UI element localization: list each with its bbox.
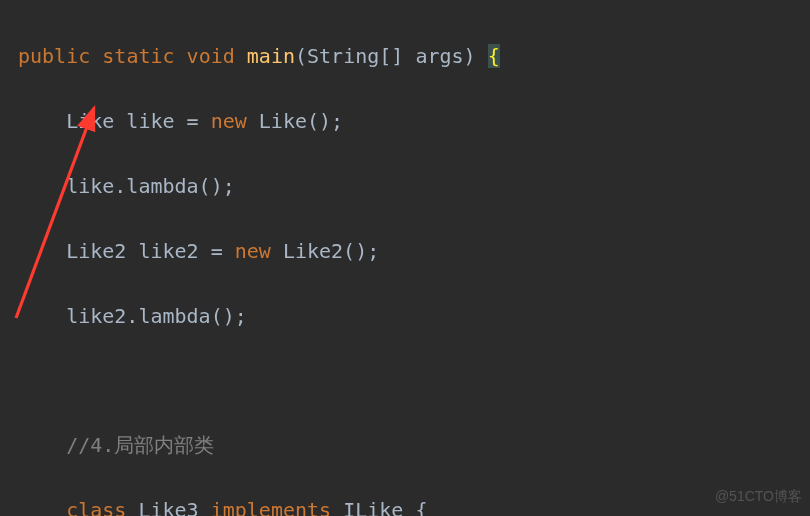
- code-line: [18, 364, 810, 396]
- code-line: like.lambda();: [18, 170, 810, 202]
- code-line: Like2 like2 = new Like2();: [18, 235, 810, 267]
- code-line: public static void main(String[] args) {: [18, 40, 810, 72]
- comment: //4.局部内部类: [18, 433, 214, 457]
- method-main: main: [247, 44, 295, 68]
- keyword-public: public: [18, 44, 90, 68]
- keyword-new: new: [211, 109, 247, 133]
- code-line: class Like3 implements ILike {: [18, 494, 810, 516]
- brace-open: {: [488, 44, 500, 68]
- keyword-void: void: [187, 44, 235, 68]
- code-line: Like like = new Like();: [18, 105, 810, 137]
- keyword-implements: implements: [211, 498, 331, 516]
- code-editor[interactable]: public static void main(String[] args) {…: [0, 0, 810, 516]
- code-line: like2.lambda();: [18, 300, 810, 332]
- keyword-static: static: [102, 44, 174, 68]
- code-line: //4.局部内部类: [18, 429, 810, 461]
- keyword-new: new: [235, 239, 271, 263]
- method-signature: (String[] args): [295, 44, 488, 68]
- keyword-class: class: [66, 498, 126, 516]
